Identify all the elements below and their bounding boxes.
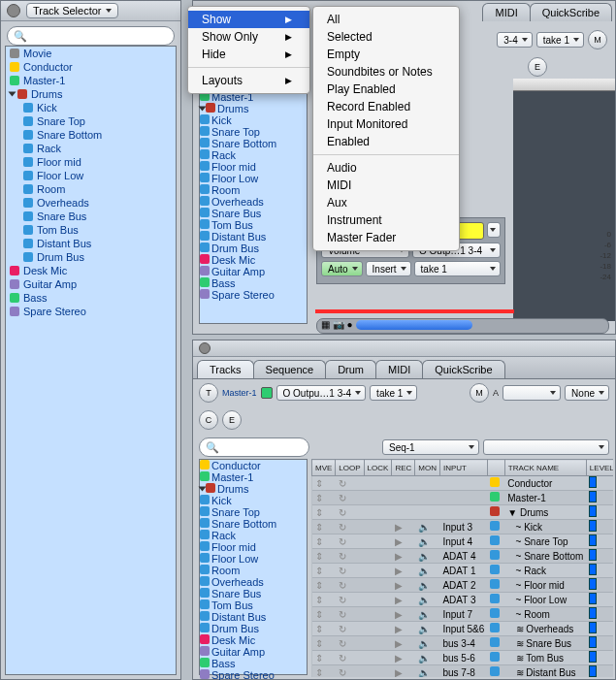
track-tree-row[interactable]: Overheads <box>200 576 307 588</box>
lock-cell[interactable] <box>364 549 392 564</box>
track-tree-row[interactable]: Drum Bus <box>6 250 176 264</box>
take-select-2[interactable]: take 1 <box>414 261 501 276</box>
table-row[interactable]: ⇕↻▶🔈Input 7 ~ Room <box>312 607 614 622</box>
rec-icon[interactable]: ▶ <box>392 636 415 651</box>
a-select[interactable] <box>503 385 561 401</box>
track-name-cell[interactable]: ~ Floor Low <box>504 593 586 607</box>
track-name-cell[interactable]: ▼ Drums <box>504 505 586 520</box>
mon-icon[interactable] <box>415 491 440 505</box>
track-menu-icon[interactable] <box>487 222 501 238</box>
move-handle-icon[interactable]: ⇕ <box>312 636 336 651</box>
empty-select[interactable] <box>483 439 609 455</box>
search-field-2[interactable]: 🔍 <box>199 437 309 457</box>
input-cell[interactable]: Input 5&6 <box>439 622 487 636</box>
close-icon[interactable] <box>7 4 20 17</box>
output-select[interactable]: 3-4 <box>497 32 532 48</box>
menu-item-layouts[interactable]: Layouts▶ <box>188 72 309 89</box>
loop-icon[interactable]: ↻ <box>336 636 364 651</box>
move-handle-icon[interactable]: ⇕ <box>312 651 336 665</box>
menu-item-show-only[interactable]: Show Only▶ <box>188 28 309 46</box>
lock-cell[interactable] <box>364 622 392 636</box>
take-select[interactable]: take 1 <box>536 32 584 48</box>
search-field[interactable]: 🔍 <box>7 26 175 46</box>
view-icons[interactable]: ▦ 📷 ● <box>321 319 353 330</box>
tab-quickscribe[interactable]: QuickScribe <box>422 360 504 378</box>
move-handle-icon[interactable]: ⇕ <box>312 564 336 578</box>
play-enable-icon[interactable] <box>261 387 273 399</box>
track-tree-row[interactable]: Bass <box>200 658 307 669</box>
track-tree-row[interactable]: Snare Bottom <box>6 128 176 142</box>
output-select-3[interactable]: O Outpu…1 3-4 <box>276 385 367 401</box>
track-tree-row[interactable]: Conductor <box>6 60 176 74</box>
track-tree-row[interactable]: Floor mid <box>200 541 307 553</box>
track-tree-row[interactable]: Drums <box>200 483 307 495</box>
track-name-cell[interactable]: ≋ Distant Bus <box>504 665 586 678</box>
menu-item-hide[interactable]: Hide▶ <box>188 46 309 63</box>
input-cell[interactable]: ADAT 1 <box>439 564 487 578</box>
loop-icon[interactable]: ↻ <box>336 622 364 636</box>
move-handle-icon[interactable]: ⇕ <box>312 476 336 491</box>
rec-icon[interactable]: ▶ <box>392 622 415 636</box>
track-tree-row[interactable]: Guitar Amp <box>200 646 307 658</box>
track-tree-row[interactable]: Overheads <box>6 196 176 210</box>
lock-cell[interactable] <box>364 593 392 607</box>
table-row[interactable]: ⇕↻▶🔈ADAT 3 ~ Floor Low <box>312 593 614 607</box>
mon-icon[interactable]: 🔈 <box>415 564 440 578</box>
track-tree-row[interactable]: Floor mid <box>6 155 176 169</box>
tab-drum[interactable]: Drum <box>325 360 376 378</box>
disclosure-triangle-icon[interactable] <box>199 487 207 492</box>
track-tree-row[interactable]: Overheads <box>200 196 307 208</box>
mon-icon[interactable]: 🔈 <box>415 549 440 564</box>
track-tree-row[interactable]: Guitar Amp <box>6 277 176 291</box>
menu-item-play-enabled[interactable]: Play Enabled <box>313 81 459 98</box>
lock-cell[interactable] <box>364 636 392 651</box>
mon-icon[interactable] <box>415 505 440 520</box>
master-label[interactable]: Master-1 <box>222 388 257 398</box>
move-handle-icon[interactable]: ⇕ <box>312 534 336 549</box>
track-tree-row[interactable]: Snare Top <box>200 126 307 138</box>
track-tree-row[interactable]: Desk Mic <box>200 634 307 646</box>
menu-item-soundbites-or-notes[interactable]: Soundbites or Notes <box>313 63 459 81</box>
t-button[interactable]: T <box>199 383 218 403</box>
rec-icon[interactable]: ▶ <box>392 564 415 578</box>
move-handle-icon[interactable]: ⇕ <box>312 622 336 636</box>
loop-icon[interactable]: ↻ <box>336 534 364 549</box>
column-header[interactable]: LOOP <box>336 460 364 476</box>
input-cell[interactable]: ADAT 4 <box>439 549 487 564</box>
m-button[interactable]: M <box>588 30 607 49</box>
loop-icon[interactable]: ↻ <box>336 578 364 593</box>
close-icon-2[interactable] <box>199 342 211 354</box>
search-input[interactable] <box>31 28 199 45</box>
track-tree-row[interactable]: Drums <box>200 103 307 114</box>
lock-cell[interactable] <box>364 564 392 578</box>
rec-icon[interactable]: ▶ <box>392 607 415 622</box>
track-name-cell[interactable]: ~ Rack <box>504 564 586 578</box>
lock-cell[interactable] <box>364 534 392 549</box>
insert-select[interactable]: Insert <box>366 261 411 276</box>
track-name-cell[interactable]: ≋ Tom Bus <box>504 651 586 665</box>
tab-midi[interactable]: MIDI <box>375 360 423 378</box>
track-tree-row[interactable]: Room <box>200 184 307 196</box>
track-selector-dropdown[interactable]: Track Selector <box>26 3 118 18</box>
menu-item-all[interactable]: All <box>313 11 459 28</box>
disclosure-triangle-icon[interactable] <box>199 107 207 112</box>
loop-icon[interactable]: ↻ <box>336 505 364 520</box>
rec-icon[interactable]: ▶ <box>392 549 415 564</box>
m-button-2[interactable]: M <box>470 383 489 403</box>
mon-icon[interactable]: 🔈 <box>415 520 440 534</box>
track-tree-row[interactable]: Drum Bus <box>200 243 307 254</box>
track-tree-row[interactable]: Kick <box>200 114 307 126</box>
rec-icon[interactable]: ▶ <box>392 578 415 593</box>
track-tree[interactable]: MovieConductorMaster-1DrumsKickSnare Top… <box>5 46 177 675</box>
track-tree-row[interactable]: Snare Bottom <box>200 138 307 149</box>
input-cell[interactable]: ADAT 2 <box>439 578 487 593</box>
track-name-cell[interactable]: ~ Snare Top <box>504 534 586 549</box>
search-input-2[interactable] <box>223 439 391 456</box>
track-tree-row[interactable]: Rack <box>200 149 307 161</box>
mon-icon[interactable]: 🔈 <box>415 622 440 636</box>
menu-item-instrument[interactable]: Instrument <box>313 211 459 229</box>
track-tree-row[interactable]: Master-1 <box>200 471 307 483</box>
table-row[interactable]: ⇕↻▶🔈bus 3-4 ≋ Snare Bus <box>312 636 614 651</box>
lock-cell[interactable] <box>364 520 392 534</box>
table-row[interactable]: ⇕↻▶🔈Input 3 ~ Kick <box>312 520 614 534</box>
